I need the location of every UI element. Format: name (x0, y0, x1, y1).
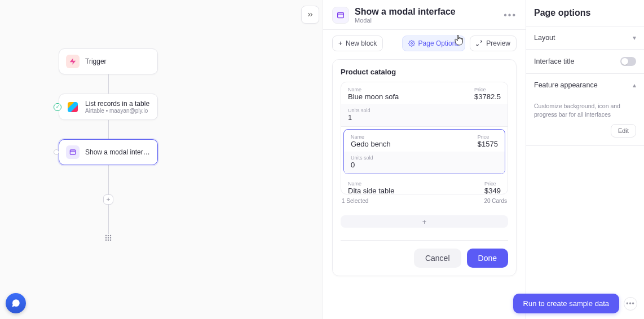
field-label: Name (348, 181, 394, 187)
preview-button[interactable]: Preview (470, 36, 517, 51)
bolt-icon (66, 55, 80, 68)
detail-toolbar: + New block Page Options Preview (323, 30, 526, 57)
add-block-strip[interactable]: + (341, 215, 508, 228)
chat-icon (11, 298, 21, 308)
field-value: $3782.5 (474, 92, 501, 101)
field-label: Price (474, 87, 501, 92)
modal-preview: Product catalog NameBlue moon sofa Price… (332, 59, 517, 276)
field-value: 0 (351, 161, 498, 169)
chevron-down-icon: ▾ (633, 34, 636, 42)
field-label: Price (484, 181, 501, 187)
svg-point-7 (108, 237, 109, 238)
field-value: Blue moon sofa (348, 92, 399, 101)
run-bar: Run to create sample data ••• (513, 294, 637, 313)
svg-point-3 (105, 235, 107, 236)
selected-count: 1 Selected (342, 198, 368, 204)
layout-label: Layout (534, 34, 555, 42)
list-item[interactable]: NameGedo bench Price$1575 Units sold0 (343, 129, 505, 174)
cancel-button[interactable]: Cancel (414, 249, 461, 268)
flow-connector (108, 165, 109, 194)
options-sidebar: Page options Layout ▾ Interface title Fe… (526, 0, 644, 319)
flow-connector (108, 74, 109, 94)
page-subtitle: Modal (355, 17, 456, 24)
flow-canvas: Trigger ✓ List records in a table Airtab… (0, 0, 323, 319)
edit-button[interactable]: Edit (611, 124, 636, 138)
run-button[interactable]: Run to create sample data (513, 294, 619, 313)
new-block-label: New block (346, 39, 377, 47)
field-label: Price (478, 134, 498, 140)
field-label: Units sold (348, 108, 501, 113)
flow-node-title: Trigger (85, 57, 107, 65)
list-item[interactable]: NameDita side table Price$349 (341, 176, 508, 194)
list-footer: 1 Selected 20 Cards (341, 194, 508, 205)
flow-end-icon (104, 234, 112, 242)
svg-point-8 (110, 237, 111, 238)
page-title: Show a modal interface (355, 7, 456, 17)
flow-node-trigger[interactable]: Trigger (59, 48, 158, 74)
interface-title-toggle[interactable] (620, 57, 636, 66)
feature-appearance-label: Feature appearance (534, 81, 598, 89)
svg-point-5 (110, 235, 111, 236)
done-button[interactable]: Done (467, 249, 508, 268)
feature-appearance-body: Customize background, icon and progress … (526, 96, 644, 146)
detail-panel: Show a modal interface Modal ••• + New b… (323, 0, 526, 319)
field-value: Gedo bench (351, 140, 391, 148)
expand-icon (476, 40, 483, 47)
detail-header: Show a modal interface Modal ••• (323, 0, 526, 30)
flow-connector (108, 120, 109, 139)
new-block-button[interactable]: + New block (332, 36, 383, 51)
gear-icon (408, 40, 415, 47)
interface-title-label: Interface title (534, 57, 575, 65)
interface-title-toggle-row: Interface title (526, 50, 644, 74)
svg-rect-1 (70, 150, 75, 154)
field-value: $1575 (478, 140, 498, 148)
chevron-up-icon: ▴ (633, 81, 636, 89)
svg-point-6 (105, 237, 107, 238)
modal-icon (332, 7, 349, 24)
feature-appearance-desc: Customize background, icon and progress … (534, 102, 636, 118)
field-label: Name (351, 134, 391, 140)
flow-node-title: Show a modal interface (85, 148, 151, 156)
list-item[interactable]: NameBlue moon sofa Price$3782.5 Units so… (341, 82, 508, 127)
collapse-panel-button[interactable] (301, 6, 319, 24)
options-title: Page options (526, 0, 644, 26)
airtable-icon (66, 100, 80, 114)
run-more-button[interactable]: ••• (624, 297, 637, 311)
card-list[interactable]: NameBlue moon sofa Price$3782.5 Units so… (341, 82, 508, 194)
feature-appearance-toggle[interactable]: Feature appearance ▴ (526, 74, 644, 96)
plus-icon: + (338, 39, 342, 47)
more-icon[interactable]: ••• (504, 10, 517, 20)
field-label: Units sold (351, 155, 498, 161)
svg-rect-12 (338, 12, 344, 17)
svg-line-16 (477, 44, 479, 46)
svg-marker-0 (70, 58, 76, 65)
layout-section-toggle[interactable]: Layout ▾ (526, 26, 644, 50)
svg-point-4 (108, 235, 109, 236)
total-count: 20 Cards (484, 198, 507, 204)
catalog-title: Product catalog (341, 68, 508, 76)
preview-label: Preview (486, 39, 510, 47)
flow-container: Trigger ✓ List records in a table Airtab… (59, 48, 158, 242)
add-node-button[interactable]: + (103, 194, 113, 205)
flow-node-modal[interactable]: Show a modal interface (59, 139, 158, 165)
field-value: $349 (484, 187, 501, 194)
check-icon: ✓ (54, 103, 61, 111)
svg-point-9 (105, 240, 107, 241)
flow-node-list-records[interactable]: ✓ List records in a table Airtable • maa… (59, 94, 158, 120)
svg-line-15 (480, 41, 482, 43)
svg-point-10 (108, 240, 109, 241)
help-button[interactable] (6, 293, 26, 313)
field-value: Dita side table (348, 187, 394, 194)
page-options-label: Page Options (418, 39, 460, 47)
page-options-button[interactable]: Page Options (402, 36, 466, 51)
chevrons-right-icon (306, 11, 314, 19)
svg-point-14 (411, 43, 412, 45)
flow-node-subtitle: Airtable • maayan@ply.io (85, 108, 149, 114)
open-step-icon (54, 149, 59, 155)
field-label: Name (348, 87, 399, 92)
plus-icon: + (422, 218, 427, 226)
flow-node-title: List records in a table (85, 100, 149, 108)
svg-point-11 (110, 240, 111, 241)
flow-connector (108, 205, 109, 234)
field-value: 1 (348, 113, 501, 122)
